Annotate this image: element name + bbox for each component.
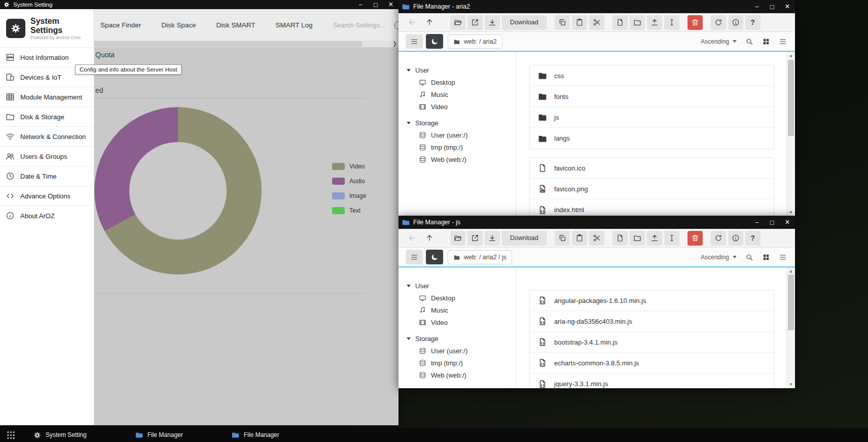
minimize-icon[interactable]: −	[749, 216, 765, 229]
cut-button[interactable]	[589, 231, 604, 246]
theme-toggle-button[interactable]	[426, 250, 443, 264]
tree-item-tmp-drive[interactable]: tmp (tmp:/)	[407, 141, 516, 153]
fm1-titlebar[interactable]: File Manager - aria2 − □ ×	[399, 0, 795, 13]
tree-section-user[interactable]: User	[407, 64, 516, 76]
file-row[interactable]: favicon.ico	[530, 158, 774, 179]
folder-row[interactable]: js	[530, 107, 774, 128]
fm2-scrollbar[interactable]: ▲ ▼	[786, 267, 795, 388]
tab-smart-log[interactable]: SMART Log	[276, 21, 313, 29]
tree-item-tmp-drive[interactable]: tmp (tmp:/)	[407, 357, 516, 369]
paste-button[interactable]	[572, 231, 587, 246]
scrollbar-thumb[interactable]	[788, 60, 794, 136]
list-view-icon[interactable]	[779, 38, 787, 46]
rename-button[interactable]	[664, 15, 679, 30]
minimize-icon[interactable]: −	[353, 0, 368, 9]
file-row[interactable]: aria-ng-da5356c403.min.js	[530, 311, 774, 332]
new-file-button[interactable]	[612, 15, 628, 30]
sidebar-item-date-time[interactable]: Date & Time	[0, 166, 94, 186]
tree-item-video[interactable]: Video	[407, 316, 516, 328]
upload-button[interactable]	[647, 231, 662, 246]
apps-grid-icon[interactable]	[5, 429, 17, 441]
copy-button[interactable]	[555, 15, 570, 30]
upload-button[interactable]	[647, 15, 662, 30]
download-button[interactable]: Download	[502, 15, 547, 30]
tree-item-user-drive[interactable]: User (user:/)	[407, 345, 516, 357]
download-icon-button[interactable]	[485, 15, 500, 30]
up-button[interactable]	[422, 15, 437, 30]
legend-item-image[interactable]: Image	[332, 192, 366, 199]
open-external-button[interactable]	[467, 15, 483, 30]
folder-row[interactable]: fonts	[530, 86, 774, 107]
file-row[interactable]: bootstrap-3.4.1.min.js	[530, 332, 774, 353]
back-button[interactable]	[405, 15, 420, 30]
sort-order-dropdown[interactable]: Ascending	[701, 254, 737, 261]
grid-view-icon[interactable]	[762, 253, 770, 261]
legend-item-text[interactable]: Text	[332, 207, 366, 214]
close-icon[interactable]: ×	[780, 216, 795, 229]
scroll-down-icon[interactable]: ▼	[787, 381, 795, 388]
menu-button[interactable]	[406, 250, 423, 264]
help-button[interactable]: ?	[745, 15, 761, 30]
tab-disk-space[interactable]: Disk Space	[161, 21, 196, 29]
sidebar-item-users-groups[interactable]: Users & Groups	[0, 146, 94, 166]
properties-button[interactable]	[728, 231, 743, 246]
delete-button[interactable]	[688, 15, 703, 30]
tree-item-desktop[interactable]: Desktop	[407, 76, 516, 88]
download-button[interactable]: Download	[502, 231, 547, 246]
scroll-down-icon[interactable]: ▼	[787, 209, 795, 216]
scroll-up-icon[interactable]: ▲	[787, 52, 795, 59]
close-icon[interactable]: ×	[780, 0, 795, 13]
tree-section-user[interactable]: User	[407, 280, 516, 292]
breadcrumb[interactable]: web: / aria2 / js	[448, 250, 512, 264]
chevron-right-icon[interactable]: ❯	[393, 41, 397, 47]
tab-scrollbar[interactable]: ❯	[94, 41, 399, 47]
file-row[interactable]: echarts-common-3.8.5.min.js	[530, 353, 774, 373]
back-button[interactable]	[405, 231, 420, 246]
scroll-up-icon[interactable]: ▲	[787, 268, 795, 275]
properties-button[interactable]	[728, 15, 743, 30]
breadcrumb[interactable]: web: / aria2	[448, 35, 502, 49]
cut-button[interactable]	[589, 15, 604, 30]
help-button[interactable]: ?	[745, 231, 761, 246]
delete-button[interactable]	[688, 231, 703, 246]
scrollbar-thumb[interactable]	[788, 275, 794, 330]
grid-view-icon[interactable]	[762, 38, 770, 46]
search-icon[interactable]	[745, 38, 753, 46]
folder-row[interactable]: css	[530, 65, 774, 86]
refresh-button[interactable]	[711, 231, 726, 246]
sidebar-item-network-connection[interactable]: Network & Connection	[0, 126, 94, 146]
fm1-scrollbar[interactable]: ▲ ▼	[786, 52, 795, 216]
copy-button[interactable]	[555, 231, 570, 246]
theme-toggle-button[interactable]	[426, 34, 443, 49]
menu-button[interactable]	[406, 34, 423, 49]
taskbar-item-file-manager-1[interactable]: File Manager	[135, 431, 183, 439]
taskbar-item-system-setting[interactable]: System Setting	[33, 431, 87, 439]
sidebar-item-advance-options[interactable]: Advance Options	[0, 186, 94, 206]
fm2-titlebar[interactable]: File Manager - js − □ ×	[399, 216, 795, 229]
tree-item-video[interactable]: Video	[407, 100, 516, 113]
tree-section-storage[interactable]: Storage	[407, 117, 516, 129]
tree-item-web-drive[interactable]: Web (web:/)	[407, 369, 516, 381]
maximize-icon[interactable]: □	[368, 0, 383, 9]
tree-item-music[interactable]: Music	[407, 304, 516, 316]
taskbar-item-file-manager-2[interactable]: File Manager	[232, 431, 279, 439]
maximize-icon[interactable]: □	[765, 0, 780, 13]
download-icon-button[interactable]	[485, 231, 500, 246]
close-icon[interactable]: ×	[383, 0, 399, 9]
sidebar-item-disk-storage[interactable]: Disk & Storage	[0, 107, 94, 126]
open-external-button[interactable]	[467, 231, 483, 246]
system-settings-titlebar[interactable]: System Setting − □ ×	[0, 0, 399, 9]
new-folder-button[interactable]	[630, 15, 645, 30]
list-view-icon[interactable]	[779, 253, 787, 261]
rename-button[interactable]	[664, 231, 679, 246]
maximize-icon[interactable]: □	[765, 216, 780, 229]
tree-item-music[interactable]: Music	[407, 88, 516, 100]
file-row[interactable]: index.html	[530, 199, 774, 216]
paste-button[interactable]	[572, 15, 587, 30]
refresh-button[interactable]	[711, 15, 726, 30]
open-button[interactable]	[450, 15, 465, 30]
search-icon[interactable]	[745, 253, 753, 261]
search-input[interactable]	[333, 21, 399, 29]
up-button[interactable]	[422, 231, 437, 246]
tree-section-storage[interactable]: Storage	[407, 332, 516, 345]
